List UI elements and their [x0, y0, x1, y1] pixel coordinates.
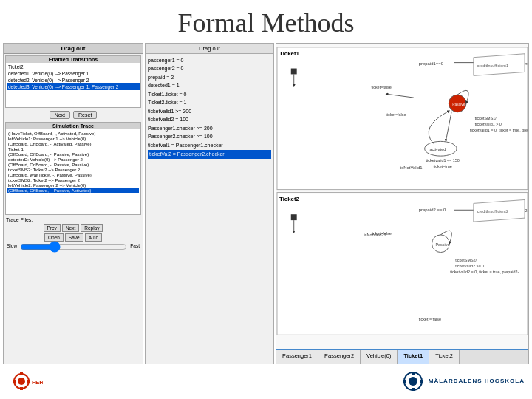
list-item: Ticket1.ticket = 0 — [148, 90, 271, 99]
svg-text:Ticket1: Ticket1 — [279, 50, 300, 57]
svg-rect-45 — [13, 380, 16, 383]
sim-trace-list: (HaveTicket, OffBoard, -, Activated, Pas… — [6, 129, 140, 214]
svg-text:ticket = false: ticket = false — [419, 317, 441, 321]
svg-point-49 — [409, 377, 417, 386]
svg-rect-50 — [412, 372, 415, 375]
transition-list: Ticket2 detected1: Vehicle(0) --> Passen… — [6, 63, 140, 107]
next-button[interactable]: Next — [50, 111, 70, 119]
list-item[interactable]: (OffBoard, OffBoard, -, Passive, Activat… — [7, 188, 139, 193]
tab-passenger2[interactable]: Passenger2 — [318, 350, 361, 364]
list-item: passenger2 = 0 — [148, 65, 271, 74]
slow-label: Slow — [7, 243, 17, 250]
svg-text:creditInsufficient2: creditInsufficient2 — [477, 209, 508, 214]
fer-logo-svg: FER — [10, 368, 43, 394]
svg-point-42 — [18, 378, 25, 385]
list-item: ticketVal1 = Passenger1.checker — [148, 141, 271, 150]
replay-button[interactable]: Replay — [81, 224, 103, 232]
list-item[interactable]: (HaveTicket, OffBoard, -, Activated, Pas… — [7, 131, 139, 136]
svg-text:isNotValid1: isNotValid1 — [400, 166, 423, 170]
main-content: Drag out Enabled Transitions Ticket2 det… — [0, 43, 532, 364]
left-panel: Drag out Enabled Transitions Ticket2 det… — [3, 43, 143, 364]
list-item: detected1 = 1 — [148, 82, 271, 91]
list-item: ticketValid1 >= 200 — [148, 107, 271, 116]
list-item[interactable]: (OffBoard, OnBoard, -, Passive, Passive) — [7, 162, 139, 167]
next-button2[interactable]: Next — [62, 224, 79, 232]
list-item[interactable]: (OffBoard, OffBoard, -, Passive, Passive… — [7, 151, 139, 157]
svg-text:ticketvalid1 > 0: ticketvalid1 > 0 — [475, 122, 502, 126]
transition-buttons: Next Reset — [4, 109, 143, 120]
svg-text:Ticket2: Ticket2 — [279, 196, 300, 202]
speed-slider[interactable] — [20, 243, 127, 250]
mdh-logo: MÄLARDALENS HÖGSKOLA — [402, 370, 525, 392]
list-item: prepaid = 2 — [148, 73, 271, 82]
svg-text:Passive: Passive — [452, 103, 466, 106]
prev-button[interactable]: Prev — [44, 224, 61, 232]
list-item: ticketVal2 = Passenger2.checker — [148, 150, 271, 160]
page-title: Formal Methods — [0, 0, 532, 43]
sim-trace-section: Simulation Trace (HaveTicket, OffBoard, … — [5, 122, 141, 215]
reset-button[interactable]: Reset — [73, 111, 97, 119]
transitions-title: Enabled Transitions — [6, 56, 140, 63]
middle-panel: Drag out passenger1 = 0 passenger2 = 0 p… — [145, 43, 274, 364]
list-item[interactable]: (OffBoard, OffBoard, -, Activated, Passi… — [7, 141, 139, 146]
svg-text:FER: FER — [32, 379, 43, 386]
tab-bar: Passenger1 Passenger2 Vehicle(0) Ticket1… — [276, 349, 528, 364]
speed-control: Slow Fast — [4, 242, 143, 251]
svg-text:activated: activated — [430, 147, 446, 151]
trace-files-label: Trace Files: — [4, 216, 143, 223]
list-item: Ticket2.ticket = 1 — [148, 99, 271, 108]
svg-text:ticketvalid1 <= 150: ticketvalid1 <= 150 — [426, 158, 460, 163]
diagram-svg: Ticket1 prepaid1==0 creditInsufficient1 … — [276, 44, 528, 349]
svg-rect-46 — [27, 380, 30, 383]
list-item[interactable]: leftVehicle1: Passenger 1 --> Vehicle(0) — [7, 136, 139, 141]
list-item[interactable]: detected2: Vehicle(0) --> Passenger 2 — [7, 157, 139, 162]
svg-text:ticketvalid2 = 0, ticket = tru: ticketvalid2 = 0, ticket = true, prepaid… — [450, 270, 519, 274]
svg-text:ticketSMS1/: ticketSMS1/ — [475, 116, 497, 120]
list-item[interactable]: detected3: Vehicle(0) --> Passenger 1, P… — [7, 83, 140, 90]
tab-ticket2[interactable]: Ticket2 — [429, 350, 460, 364]
svg-rect-51 — [412, 388, 415, 391]
footer: FER MÄLARDALENS HÖGSKOLA — [0, 364, 532, 398]
svg-rect-52 — [403, 380, 406, 383]
diagram-area: Ticket1 prepaid1==0 creditInsufficient1 … — [276, 44, 528, 349]
svg-text:ticket=false: ticket=false — [386, 112, 406, 117]
fer-logo: FER — [7, 368, 44, 394]
list-item[interactable]: Ticket 1 — [7, 146, 139, 151]
transitions-section: Enabled Transitions Ticket2 detected1: V… — [5, 55, 141, 108]
list-item[interactable]: leftVehicle2: Passenger 2 --> Vehicle(0) — [7, 183, 139, 188]
svg-text:Passive: Passive — [435, 242, 449, 247]
svg-text:prepaid2 == 0: prepaid2 == 0 — [419, 208, 446, 212]
list-item[interactable]: ticketSMS2: Ticket2 --> Passenger 2 — [7, 167, 139, 172]
list-item: Passenger2.checker >= 100 — [148, 133, 271, 142]
list-item[interactable]: detected1: Vehicle(0) --> Passenger 1 — [7, 70, 140, 77]
svg-rect-44 — [20, 387, 23, 390]
svg-text:ticketSMS2/: ticketSMS2/ — [455, 258, 477, 262]
list-item[interactable]: Ticket2 — [7, 64, 140, 70]
mdh-logo-icon — [402, 370, 424, 392]
list-item[interactable]: detected2: Vehicle(0) --> Passenger 2 — [7, 77, 140, 83]
svg-text:prepaid1==0: prepaid1==0 — [419, 61, 444, 66]
list-item[interactable]: (OffBoard, WaitTicket, -, Passive, Passi… — [7, 172, 139, 177]
variable-list: passenger1 = 0 passenger2 = 0 prepaid = … — [146, 54, 273, 364]
svg-text:ticketvalid2 >= 0: ticketvalid2 >= 0 — [455, 264, 484, 268]
list-item: Passenger1.checker >= 200 — [148, 124, 271, 133]
tab-ticket1[interactable]: Ticket1 — [398, 350, 429, 364]
list-item: ticketValid2 = 100 — [148, 116, 271, 125]
middle-drag-header: Drag out — [146, 44, 273, 54]
fast-label: Fast — [130, 243, 140, 250]
nav-buttons: Prev Next Replay — [4, 223, 143, 233]
list-item: passenger1 = 0 — [148, 56, 271, 65]
tab-passenger1[interactable]: Passenger1 — [276, 350, 318, 364]
svg-text:creditInsufficient1: creditInsufficient1 — [477, 64, 508, 68]
svg-text:ticket=false: ticket=false — [371, 231, 391, 236]
tab-vehicle[interactable]: Vehicle(0) — [361, 350, 398, 364]
svg-rect-18 — [291, 69, 297, 75]
svg-rect-43 — [20, 372, 23, 375]
sim-trace-title: Simulation Trace — [6, 123, 140, 129]
svg-text:ticket=false: ticket=false — [371, 85, 391, 89]
right-panel: Ticket1 prepaid1==0 creditInsufficient1 … — [276, 43, 529, 364]
svg-text:ticketvalid1 = 0, ticket = tru: ticketvalid1 = 0, ticket = true, prepaid… — [470, 128, 528, 132]
svg-rect-53 — [420, 380, 423, 383]
svg-text:ticket=true: ticket=true — [434, 164, 452, 168]
list-item[interactable]: ticketSMS2: Ticket2 --> Passenger 2 — [7, 177, 139, 183]
